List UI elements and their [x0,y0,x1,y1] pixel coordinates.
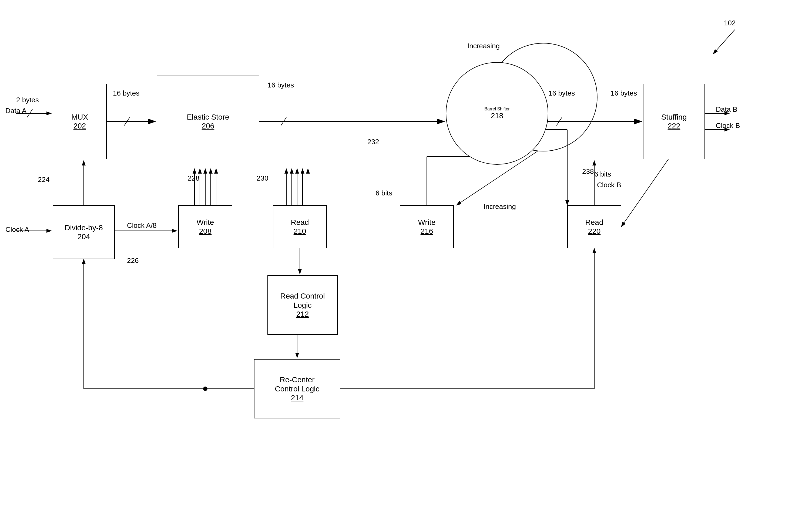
rcl-block: Read Control Logic 212 [267,275,338,335]
rcl-num: 212 [296,310,309,319]
read210-num: 210 [294,227,306,236]
16bytes-out-label: 16 bytes [267,81,294,89]
stuffing-num: 222 [668,122,680,130]
mux-block: MUX 202 [53,84,107,159]
elastic-label: Elastic Store [187,113,229,122]
read210-block: Read 210 [273,205,327,248]
data-a-label: Data A [5,107,27,115]
clock-a-label: Clock A [5,226,29,234]
read220-num: 220 [588,227,601,236]
rcl-label: Read Control Logic [281,292,325,310]
divide-label: Divide-by-8 [64,223,103,233]
data-b-label: Data B [716,105,737,114]
num226: 226 [127,257,139,265]
recenter-num: 214 [291,394,303,402]
svg-point-32 [203,387,207,391]
divide-block: Divide-by-8 204 [53,205,115,259]
divide-num: 204 [78,233,90,241]
read220-label: Read [585,218,604,227]
write208-block: Write 208 [178,205,232,248]
svg-line-37 [621,151,674,227]
write208-label: Write [197,218,214,227]
clock-a8-label: Clock A/8 [127,221,157,230]
num238: 238 [582,168,594,176]
write208-num: 208 [199,227,212,236]
svg-line-9 [281,117,286,125]
num224: 224 [38,176,50,184]
svg-line-4 [27,109,32,117]
16bytes-in-label: 16 bytes [113,89,139,97]
num230: 230 [257,174,268,182]
clock-b-out-label: Clock B [716,121,740,130]
barrel-label: Barrel Shifter [484,107,510,112]
clock-b-in-label: Clock B [597,181,621,189]
stuffing-label: Stuffing [661,113,687,122]
barrel-num: 218 [491,112,503,120]
ref-102: 102 [724,19,735,27]
recenter-label: Re-Center Control Logic [275,375,320,393]
num232: 232 [367,138,379,146]
mux-label: MUX [71,113,88,122]
read210-label: Read [291,218,309,227]
stuffing-block: Stuffing 222 [643,84,705,159]
num228: 228 [188,174,199,182]
write216-label: Write [418,218,436,227]
mux-num: 202 [74,122,86,130]
svg-line-2 [713,30,735,54]
svg-line-7 [124,117,130,125]
barrel-block: Barrel Shifter 218 [446,62,548,165]
2bytes-label: 2 bytes [16,96,39,104]
16bytes-barrel-label: 16 bytes [548,89,575,97]
6bits-left-label: 6 bits [375,189,392,197]
svg-line-11 [556,117,562,125]
16bytes-stuff-label: 16 bytes [610,89,637,97]
increasing-top-label: Increasing [467,42,500,50]
recenter-block: Re-Center Control Logic 214 [254,359,340,418]
elastic-num: 206 [202,122,214,130]
read220-block: Read 220 [567,205,621,248]
6bits-right-label: 6 bits [594,170,611,178]
increasing-bottom-label: Increasing [484,203,516,211]
write216-block: Write 216 [400,205,454,248]
elastic-block: Elastic Store 206 [157,76,259,168]
write216-num: 216 [420,227,433,236]
